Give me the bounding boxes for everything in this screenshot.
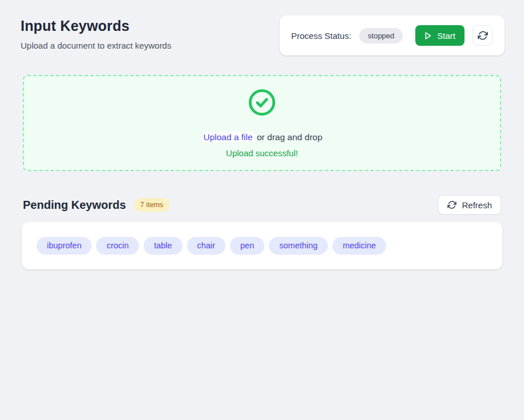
pending-keywords-card: ibuprofencrocintablechairpensomethingmed… [22, 222, 502, 270]
pending-title-group: Pending Keywords 7 items [23, 198, 169, 212]
keyword-chip: pen [230, 237, 264, 255]
upload-dropzone[interactable]: Upload a file or drag and drop Upload su… [23, 75, 501, 171]
page-subtitle: Upload a document to extract keywords [21, 41, 171, 50]
page: Input Keywords Upload a document to extr… [0, 0, 524, 270]
drag-drop-text: or drag and drop [257, 132, 323, 142]
status-badge: stopped [359, 28, 403, 43]
keyword-chip: medicine [332, 237, 386, 255]
refresh-status-button[interactable] [473, 25, 493, 46]
page-title: Input Keywords [21, 18, 171, 34]
start-button-label: Start [437, 31, 455, 41]
process-status-card: Process Status: stopped Start [280, 15, 505, 56]
start-button[interactable]: Start [415, 25, 465, 46]
play-icon [423, 31, 432, 41]
keyword-chip: crocin [96, 237, 139, 255]
refresh-button-label: Refresh [462, 200, 492, 210]
pending-keywords-header: Pending Keywords 7 items Refresh [23, 195, 501, 215]
upload-success-message: Upload successful! [226, 148, 298, 158]
page-header: Input Keywords Upload a document to extr… [21, 15, 171, 50]
refresh-keywords-button[interactable]: Refresh [438, 195, 501, 215]
upload-file-link[interactable]: Upload a file [201, 132, 254, 142]
pending-keywords-title: Pending Keywords [23, 199, 126, 212]
keyword-chip: ibuprofen [37, 237, 92, 255]
keyword-chip: something [269, 237, 328, 255]
check-circle-icon [248, 88, 276, 119]
process-status-label: Process Status: [291, 31, 351, 41]
top-row: Input Keywords Upload a document to extr… [0, 0, 524, 56]
items-count-badge: 7 items [134, 198, 169, 212]
upload-instruction: Upload a file or drag and drop [201, 132, 322, 142]
refresh-icon [447, 200, 456, 209]
keyword-chip: chair [187, 237, 225, 255]
keyword-chip: table [144, 237, 182, 255]
refresh-icon [478, 30, 488, 41]
